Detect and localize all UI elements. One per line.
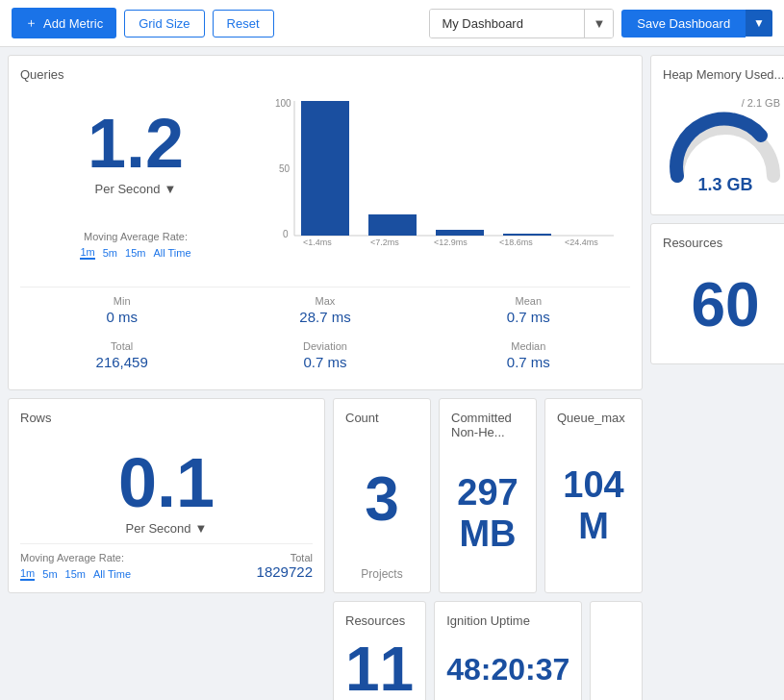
stat-max-value: 28.7 ms bbox=[235, 309, 415, 325]
rows-metric-sub: Per Second ▼ bbox=[126, 521, 208, 536]
stat-median-value: 0.7 ms bbox=[439, 354, 619, 370]
stat-deviation-value: 0.7 ms bbox=[235, 354, 415, 370]
count-title: Count bbox=[345, 411, 418, 425]
rows-avg-rate-label: Moving Average Rate: bbox=[20, 552, 166, 563]
gauge-svg bbox=[663, 109, 784, 186]
ignition-value: 48:20:37 bbox=[446, 652, 569, 688]
stat-deviation-label: Deviation bbox=[235, 340, 415, 352]
stat-max-label: Max bbox=[235, 295, 415, 307]
bottom-row-2: Resources 11 Ignition Uptime 48:20:37 bbox=[8, 601, 643, 700]
queries-time-5m[interactable]: 5m bbox=[103, 246, 117, 260]
queries-histogram: 100 50 0 bbox=[251, 89, 630, 279]
histogram-svg: 100 50 0 bbox=[251, 93, 630, 247]
count-panel: Count 3 Projects bbox=[333, 398, 431, 593]
save-dashboard-button[interactable]: Save Dashboard bbox=[621, 10, 746, 38]
rows-time-buttons: 1m 5m 15m All Time bbox=[20, 567, 166, 581]
svg-text:50: 50 bbox=[279, 163, 291, 174]
stat-min-label: Min bbox=[32, 295, 212, 307]
grid-size-button[interactable]: Grid Size bbox=[124, 10, 204, 38]
add-metric-button[interactable]: ＋ Add Metric bbox=[12, 8, 116, 38]
resources-bottom-title: Resources bbox=[345, 613, 414, 628]
stat-total-value: 216,459 bbox=[32, 354, 212, 370]
rows-total-value: 1829722 bbox=[166, 563, 313, 580]
resources-bottom-value: 11 bbox=[345, 634, 414, 700]
plus-icon: ＋ bbox=[25, 14, 38, 32]
queries-avg-rate-label: Moving Average Rate: bbox=[80, 231, 190, 242]
queries-content: 1.2 Per Second ▼ Moving Average Rate: 1m… bbox=[20, 89, 630, 279]
resources-top-title: Resources bbox=[663, 236, 784, 250]
svg-text:<7.2ms: <7.2ms bbox=[370, 238, 399, 247]
committed-value: 297 MB bbox=[451, 472, 524, 555]
heap-panel: Heap Memory Used... / 2.1 GB 1.3 GB bbox=[650, 55, 784, 215]
resources-top-panel: Resources 60 bbox=[650, 223, 784, 364]
heap-max-label: / 2.1 GB bbox=[742, 97, 780, 109]
queries-metric-left: 1.2 Per Second ▼ Moving Average Rate: 1m… bbox=[20, 89, 251, 279]
reset-button[interactable]: Reset bbox=[213, 10, 274, 38]
dashboard-select-input[interactable]: My Dashboard bbox=[430, 10, 584, 38]
queries-dropdown-icon[interactable]: ▼ bbox=[164, 182, 177, 196]
main-layout: Queries 1.2 Per Second ▼ Moving Average … bbox=[0, 47, 784, 700]
stat-min: Min 0 ms bbox=[20, 288, 223, 333]
count-value: 3 bbox=[365, 468, 399, 530]
committed-panel: Committed Non-He... 297 MB bbox=[439, 398, 537, 593]
save-dashboard-chevron[interactable]: ▼ bbox=[746, 10, 772, 37]
toolbar: ＋ Add Metric Grid Size Reset My Dashboar… bbox=[0, 0, 784, 47]
stat-median-label: Median bbox=[439, 340, 619, 352]
rows-time-1m[interactable]: 1m bbox=[20, 567, 35, 581]
heap-title: Heap Memory Used... bbox=[663, 67, 784, 82]
resources-bottom-panel: Resources 11 bbox=[333, 601, 426, 700]
stat-total-label: Total bbox=[32, 340, 212, 352]
count-sub: Projects bbox=[361, 567, 402, 581]
queries-metric-unit: Per Second bbox=[95, 182, 161, 196]
rows-metric-value: 0.1 bbox=[118, 448, 215, 517]
queries-time-alltime[interactable]: All Time bbox=[153, 246, 190, 260]
stat-max: Max 28.7 ms bbox=[223, 288, 426, 333]
stat-min-value: 0 ms bbox=[32, 309, 212, 325]
queue-max-panel: Queue_max 104 M bbox=[544, 398, 643, 593]
svg-text:<24.4ms: <24.4ms bbox=[565, 238, 598, 247]
dashboard-selector: My Dashboard ▼ bbox=[429, 9, 614, 38]
heap-gauge-container: / 2.1 GB 1.3 GB bbox=[663, 89, 784, 203]
rows-footer: Moving Average Rate: 1m 5m 15m All Time … bbox=[20, 543, 313, 581]
ignition-panel: Ignition Uptime 48:20:37 bbox=[434, 601, 582, 700]
rows-time-alltime[interactable]: All Time bbox=[93, 567, 131, 581]
bottom-row: Rows 0.1 Per Second ▼ Moving Average Rat… bbox=[8, 398, 643, 593]
queue-max-title: Queue_max bbox=[557, 411, 630, 425]
svg-rect-8 bbox=[503, 234, 551, 236]
left-column: Queries 1.2 Per Second ▼ Moving Average … bbox=[8, 55, 643, 700]
queries-metric-sub: Per Second ▼ bbox=[95, 182, 177, 196]
add-metric-label: Add Metric bbox=[43, 16, 103, 31]
committed-title: Committed Non-He... bbox=[451, 411, 524, 439]
queries-title: Queries bbox=[20, 67, 630, 82]
svg-text:0: 0 bbox=[283, 229, 289, 239]
stat-total: Total 216,459 bbox=[20, 333, 223, 378]
queries-stats: Min 0 ms Max 28.7 ms Mean 0.7 ms Total 2… bbox=[20, 287, 630, 378]
resources-top-value: 60 bbox=[663, 258, 784, 352]
rows-dropdown-icon[interactable]: ▼ bbox=[195, 521, 208, 536]
empty-panel bbox=[590, 601, 643, 700]
rows-time-5m[interactable]: 5m bbox=[42, 567, 57, 581]
svg-text:<18.6ms: <18.6ms bbox=[499, 238, 533, 247]
stat-mean: Mean 0.7 ms bbox=[427, 288, 630, 333]
stat-median: Median 0.7 ms bbox=[427, 333, 630, 378]
rows-time-15m[interactable]: 15m bbox=[65, 567, 86, 581]
heap-current-label: 1.3 GB bbox=[697, 175, 752, 195]
svg-text:<12.9ms: <12.9ms bbox=[434, 238, 468, 247]
save-dashboard-wrapper: Save Dashboard ▼ bbox=[621, 10, 772, 38]
queries-panel: Queries 1.2 Per Second ▼ Moving Average … bbox=[8, 55, 643, 390]
rows-metric-area: 0.1 Per Second ▼ bbox=[20, 433, 313, 543]
queries-time-15m[interactable]: 15m bbox=[125, 246, 145, 260]
rows-metric-unit: Per Second bbox=[126, 521, 191, 536]
queries-metric-value: 1.2 bbox=[88, 109, 184, 178]
queries-time-1m[interactable]: 1m bbox=[80, 246, 94, 260]
stat-mean-value: 0.7 ms bbox=[439, 309, 619, 325]
right-column: Heap Memory Used... / 2.1 GB 1.3 GB Reso… bbox=[650, 55, 784, 700]
stat-mean-label: Mean bbox=[439, 295, 619, 307]
svg-rect-7 bbox=[436, 230, 484, 236]
queries-time-buttons: 1m 5m 15m All Time bbox=[80, 246, 190, 260]
dashboard-chevron-icon[interactable]: ▼ bbox=[584, 10, 613, 38]
svg-text:100: 100 bbox=[275, 98, 291, 109]
svg-rect-5 bbox=[301, 101, 349, 236]
stat-deviation: Deviation 0.7 ms bbox=[223, 333, 426, 378]
gauge-wrapper: 1.3 GB bbox=[663, 109, 784, 195]
